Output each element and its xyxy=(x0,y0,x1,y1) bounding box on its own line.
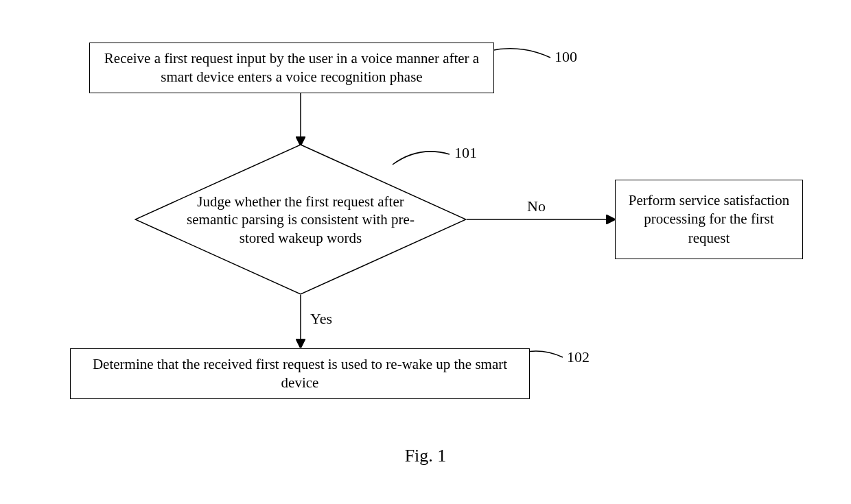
process-box-perform: Perform service satisfaction processing … xyxy=(615,180,803,259)
process-perform-text: Perform service satisfaction processing … xyxy=(622,191,795,248)
figure-caption: Fig. 1 xyxy=(405,446,447,466)
process-box-102: Determine that the received first reques… xyxy=(70,348,530,399)
ref-label-101: 101 xyxy=(454,144,477,162)
decision-101-text: Judge whether the first request after se… xyxy=(181,193,420,247)
process-box-100: Receive a first request input by the use… xyxy=(89,43,494,93)
process-100-text: Receive a first request input by the use… xyxy=(97,49,487,87)
edge-label-no: No xyxy=(527,197,546,215)
process-102-text: Determine that the received first reques… xyxy=(78,355,522,393)
ref-label-102: 102 xyxy=(567,348,590,366)
flowchart-canvas: Receive a first request input by the use… xyxy=(0,0,851,504)
ref-label-100: 100 xyxy=(555,48,577,66)
edge-label-yes: Yes xyxy=(310,310,332,328)
decision-box-101: Judge whether the first request after se… xyxy=(135,144,467,295)
